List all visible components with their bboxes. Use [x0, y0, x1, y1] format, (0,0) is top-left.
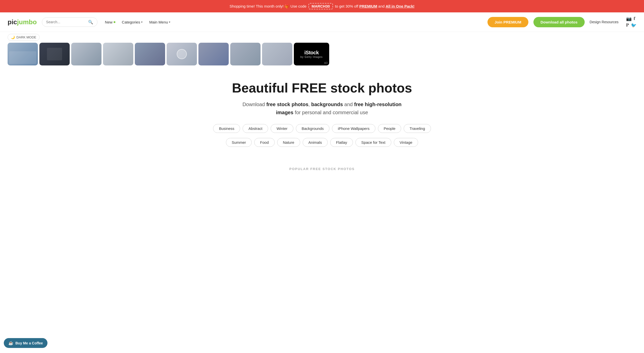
strip-image-6[interactable]: [167, 43, 197, 65]
tag-winter[interactable]: Winter: [271, 124, 293, 133]
facebook-icon[interactable]: 𝐟: [634, 16, 635, 21]
pinterest-icon[interactable]: 𝐏: [626, 22, 629, 28]
category-tags-row1: Business Abstract Winter Backgrounds iPh…: [209, 124, 436, 133]
nav-mainmenu-label: Main Menu: [149, 20, 168, 24]
ad-label: AD: [324, 62, 328, 64]
buy-coffee-button[interactable]: ☕ Buy Me a Coffee: [4, 338, 47, 348]
istock-logo-text: iStock: [304, 50, 319, 56]
twitter-icon[interactable]: 🐦: [631, 22, 636, 28]
strip-image-3[interactable]: [71, 43, 101, 65]
banner-text-before: Shopping time! This month only! 🎁 Use co…: [229, 4, 306, 8]
nav-item-new[interactable]: New: [102, 18, 118, 26]
design-resources-link[interactable]: Design Resources: [590, 20, 619, 24]
tag-iphone-wallpapers[interactable]: iPhone Wallpapers: [332, 124, 375, 133]
top-banner: Shopping time! This month only! 🎁 Use co…: [0, 0, 644, 12]
instagram-icon[interactable]: 📷: [626, 16, 632, 21]
tag-backgrounds[interactable]: Backgrounds: [296, 124, 330, 133]
tag-vintage[interactable]: Vintage: [394, 138, 418, 147]
coffee-icon: ☕: [8, 341, 13, 345]
social-row-top: 📷 𝐟: [626, 16, 636, 21]
moon-icon: 🌙: [11, 35, 15, 39]
dark-mode-toggle[interactable]: 🌙 DARK MODE: [8, 34, 40, 41]
logo-jumbo: jumbo: [17, 18, 37, 26]
strip-image-1[interactable]: [8, 43, 38, 65]
search-box[interactable]: 🔍: [42, 17, 97, 27]
hero-section: Beautiful FREE stock photos Download fre…: [0, 70, 644, 159]
istock-ad[interactable]: iStock by Getty Images AD: [294, 43, 329, 65]
tag-business[interactable]: Business: [213, 124, 240, 133]
strip-image-2[interactable]: [39, 43, 70, 65]
logo[interactable]: picjumbo: [8, 18, 37, 26]
search-input[interactable]: [46, 20, 86, 24]
nav-item-mainmenu[interactable]: Main Menu ▾: [147, 18, 173, 26]
hero-subtitle: Download free stock photos, backgrounds …: [234, 100, 410, 116]
tag-food[interactable]: Food: [254, 138, 274, 147]
strip-image-5[interactable]: [135, 43, 165, 65]
premium-link[interactable]: PREMIUM: [359, 4, 377, 8]
download-all-button[interactable]: Download all photos: [533, 17, 585, 27]
banner-and: and: [378, 4, 384, 8]
tag-nature[interactable]: Nature: [277, 138, 300, 147]
chevron-down-icon-2: ▾: [169, 20, 170, 24]
tag-traveling[interactable]: Traveling: [404, 124, 431, 133]
strip-image-4[interactable]: [103, 43, 133, 65]
banner-text-after: to get 30% off: [335, 4, 358, 8]
tag-summer[interactable]: Summer: [226, 138, 252, 147]
chevron-down-icon: ▾: [141, 20, 143, 24]
join-premium-button[interactable]: Join PREMIUM: [487, 17, 528, 27]
tag-animals[interactable]: Animals: [303, 138, 328, 147]
istock-sub-text: by Getty Images: [300, 56, 323, 58]
promo-code: MARCH30: [308, 3, 333, 9]
strip-image-7[interactable]: [198, 43, 229, 65]
header: picjumbo 🔍 New Categories ▾ Main Menu ▾ …: [0, 12, 644, 32]
hero-bold-2: backgrounds: [311, 102, 343, 107]
hero-title: Beautiful FREE stock photos: [5, 81, 639, 96]
tag-space-for-text[interactable]: Space for Text: [355, 138, 391, 147]
popular-header: POPULAR FREE STOCK PHOTOS: [0, 159, 644, 173]
new-dot-icon: [114, 21, 115, 23]
nav-links: New Categories ▾ Main Menu ▾: [102, 18, 483, 26]
image-strip: iStock by Getty Images AD: [0, 43, 644, 70]
tag-flatlay[interactable]: Flatlay: [330, 138, 353, 147]
nav-new-label: New: [105, 20, 113, 24]
coffee-label: Buy Me a Coffee: [15, 341, 43, 345]
logo-pic: pic: [8, 18, 17, 26]
tag-abstract[interactable]: Abstract: [243, 124, 268, 133]
tag-people[interactable]: People: [378, 124, 401, 133]
search-icon: 🔍: [88, 20, 93, 25]
dark-mode-label: DARK MODE: [16, 35, 36, 39]
pack-link[interactable]: All in One Pack!: [386, 4, 415, 8]
category-tags-row2: Summer Food Nature Animals Flatlay Space…: [209, 138, 436, 147]
nav-categories-label: Categories: [122, 20, 140, 24]
social-icons: 📷 𝐟 𝐏 🐦: [626, 16, 636, 28]
strip-image-8[interactable]: [230, 43, 261, 65]
hero-bold-1: free stock photos: [266, 102, 308, 107]
nav-item-categories[interactable]: Categories ▾: [119, 18, 145, 26]
strip-image-9[interactable]: [262, 43, 292, 65]
social-row-bottom: 𝐏 🐦: [626, 22, 636, 28]
